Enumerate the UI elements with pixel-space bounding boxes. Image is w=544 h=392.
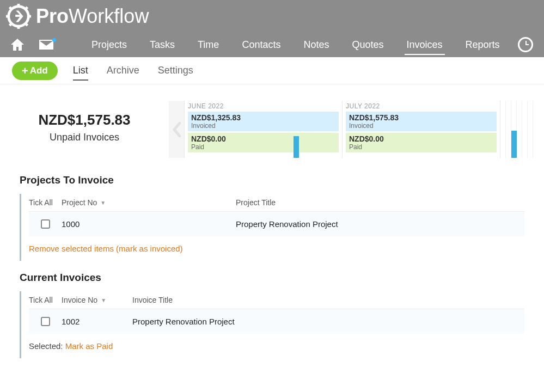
timeline-future [500,101,533,158]
project-no: 1000 [62,219,236,229]
sort-caret-icon: ▼ [100,200,106,206]
invoiced-stat: NZD$1,325.83Invoiced [188,112,339,131]
invoice-no: 1002 [62,317,132,326]
paid-stat: NZD$0.00Paid [188,133,339,152]
invoiced-stat: NZD$1,575.83Invoiced [346,112,497,131]
invoices-section: Current Invoices Tick All Invoice No ▼ I… [0,261,544,358]
mark-as-paid-link[interactable]: Mark as Paid [65,341,113,351]
add-button[interactable]: + Add [12,62,58,80]
logo-gear-icon [5,3,32,29]
nav-contacts[interactable]: Contacts [240,34,283,56]
home-icon[interactable] [11,39,24,51]
invoice-title-header[interactable]: Invoice Title [132,296,524,304]
tab-settings[interactable]: Settings [158,63,193,78]
nav-projects[interactable]: Projects [89,34,129,56]
invoices-section-title: Current Invoices [20,272,524,284]
tick-all-header[interactable]: Tick All [29,198,62,207]
timeline-month[interactable]: JUNE 2022NZD$1,325.83InvoicedNZD$0.00Pai… [184,101,342,158]
projects-table-header: Tick All Project No ▼ Project Title [29,194,524,212]
clock-icon[interactable] [518,37,533,52]
sort-caret-icon: ▼ [101,297,106,303]
remove-selected-link[interactable]: Remove selected items (mark as invoiced) [29,244,183,253]
tab-archive[interactable]: Archive [107,63,139,78]
plus-icon: + [22,65,28,76]
table-row[interactable]: 1002Property Renovation Project [29,309,524,334]
add-button-label: Add [30,65,48,76]
timeline-bar [511,131,517,158]
timeline: JUNE 2022NZD$1,325.83InvoicedNZD$0.00Pai… [169,101,533,158]
mail-icon[interactable] [39,40,53,50]
unpaid-label: Unpaid Invoices [11,132,158,143]
nav-tasks[interactable]: Tasks [148,34,177,56]
timeline-bar [294,136,299,158]
project-title: Property Renovation Project [236,219,524,229]
svg-rect-2 [17,25,20,29]
tick-all-header[interactable]: Tick All [29,296,62,304]
sub-nav: + Add ListArchiveSettings [0,57,544,84]
logo-text: ProWorkflow [36,5,149,28]
row-checkbox[interactable] [41,219,50,229]
timeline-month[interactable]: JULY 2022NZD$1,575.83InvoicedNZD$0.00Pai… [342,101,500,158]
svg-rect-3 [6,15,10,17]
paid-stat: NZD$0.00Paid [346,133,497,152]
svg-rect-1 [17,3,20,7]
table-row[interactable]: 1000Property Renovation Project [29,212,524,236]
projects-section: Projects To Invoice Tick All Project No … [0,163,544,261]
timeline-prev-arrow-icon[interactable] [169,101,184,158]
unpaid-summary: NZD$1,575.83 Unpaid Invoices [11,101,158,158]
project-title-header[interactable]: Project Title [236,198,524,207]
row-checkbox[interactable] [41,317,50,326]
nav-notes[interactable]: Notes [301,34,331,56]
projects-section-title: Projects To Invoice [20,174,524,186]
invoice-no-header[interactable]: Invoice No ▼ [62,296,132,304]
app-header: ProWorkflow [0,0,544,32]
invoices-table-header: Tick All Invoice No ▼ Invoice Title [29,291,524,309]
nav-quotes[interactable]: Quotes [350,34,386,56]
project-no-header[interactable]: Project No ▼ [62,198,236,207]
invoice-title: Property Renovation Project [132,317,524,326]
nav-time[interactable]: Time [195,34,221,56]
selected-label: Selected: [29,341,63,351]
month-label: JULY 2022 [346,102,497,110]
summary-row: NZD$1,575.83 Unpaid Invoices JUNE 2022NZ… [0,84,544,163]
tab-list[interactable]: List [73,63,88,78]
month-label: JUNE 2022 [188,102,339,110]
nav-invoices[interactable]: Invoices [405,34,445,56]
main-nav: ProjectsTasksTimeContactsNotesQuotesInvo… [0,32,544,57]
nav-reports[interactable]: Reports [463,34,502,56]
unpaid-amount: NZD$1,575.83 [11,112,158,128]
svg-rect-4 [27,15,31,17]
